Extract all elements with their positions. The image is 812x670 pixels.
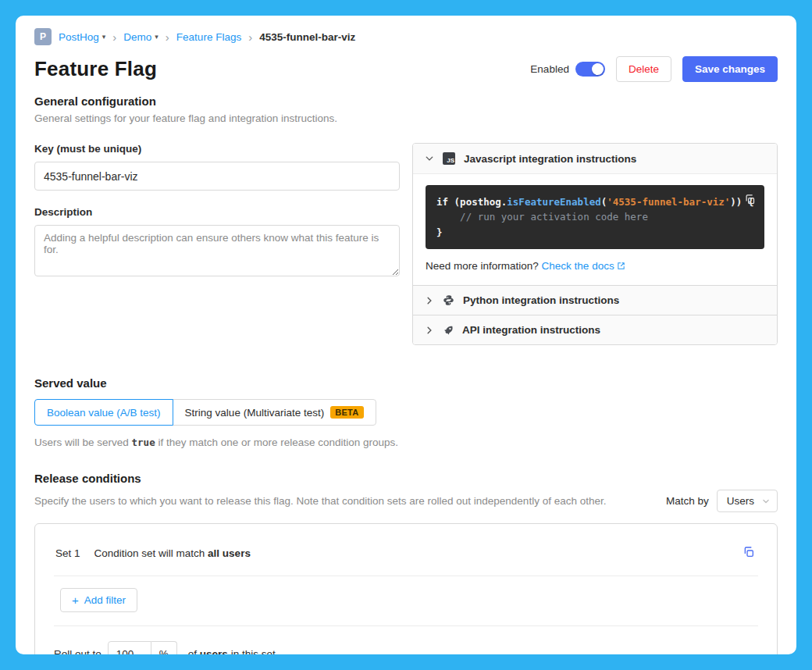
match-by-select[interactable]: Users	[717, 490, 778, 512]
release-conditions-heading: Release conditions	[34, 472, 778, 485]
panel-title: Python integration instructions	[463, 294, 619, 306]
panel-python-header[interactable]: Python integration instructions	[413, 286, 777, 315]
code-line-1: if (posthog.isFeatureEnabled('4535-funne…	[436, 194, 733, 209]
panel-api: API integration instructions	[413, 315, 777, 344]
rollout-percentage-input[interactable]	[108, 641, 151, 654]
header-controls: Enabled Delete Save changes	[530, 56, 778, 82]
set-name: Set 1	[55, 547, 80, 559]
release-conditions-description: Specify the users to which you want to r…	[34, 495, 606, 507]
general-configuration-body: Key (must be unique) Description JS Java…	[34, 143, 778, 345]
description-textarea[interactable]	[34, 225, 400, 276]
chevron-down-icon	[762, 497, 770, 505]
breadcrumb-item-current: 4535-funnel-bar-viz	[259, 31, 355, 43]
save-changes-button[interactable]: Save changes	[682, 56, 778, 82]
match-by-value: Users	[727, 495, 754, 507]
divider	[54, 576, 758, 576]
app-window: P PostHog ▾ › Demo ▾ › Feature Flags › 4…	[16, 16, 796, 654]
copy-condition-set-button[interactable]	[741, 544, 757, 562]
copy-icon	[743, 546, 755, 558]
percent-suffix: %	[151, 641, 177, 654]
key-label: Key (must be unique)	[34, 143, 400, 155]
panel-javascript: JS Javascript integration instructions i…	[413, 144, 777, 285]
code-line-3: }	[436, 225, 733, 240]
chevron-down-icon	[425, 154, 434, 163]
python-icon	[443, 294, 454, 306]
string-value-option[interactable]: String value (Multivariate test) BETA	[173, 399, 376, 426]
served-value-segmented: Boolean value (A/B test) String value (M…	[34, 399, 778, 426]
javascript-icon: JS	[443, 152, 455, 165]
description-label: Description	[34, 206, 400, 218]
breadcrumb-separator-icon: ›	[166, 31, 169, 43]
docs-prefix: Need more information?	[426, 260, 539, 272]
breadcrumb-item-demo[interactable]: Demo ▾	[123, 31, 158, 43]
enabled-toggle[interactable]	[575, 62, 605, 77]
served-value-note: Users will be served true if they match …	[34, 437, 778, 448]
delete-button[interactable]: Delete	[616, 56, 671, 82]
beta-badge: BETA	[330, 406, 363, 419]
flag-settings-column: Key (must be unique) Description	[34, 143, 400, 279]
page-header: Feature Flag Enabled Delete Save changes	[34, 56, 778, 82]
toggle-knob	[592, 63, 604, 75]
copy-code-button[interactable]	[743, 192, 757, 209]
rollout-label: Roll out to	[54, 648, 102, 654]
panel-title: API integration instructions	[462, 324, 600, 336]
breadcrumb-separator-icon: ›	[248, 31, 252, 43]
posthog-logo[interactable]: P	[34, 28, 52, 45]
breadcrumb-item-label: PostHog	[59, 31, 99, 43]
code-block: if (posthog.isFeatureEnabled('4535-funne…	[426, 185, 764, 249]
panel-javascript-body: if (posthog.isFeatureEnabled('4535-funne…	[413, 173, 777, 285]
rocket-icon	[443, 325, 454, 336]
plus-icon: +	[72, 594, 79, 606]
docs-line: Need more information? Check the docs	[426, 260, 764, 273]
external-link-icon	[617, 261, 625, 273]
condition-set-card: Set 1 Condition set will match all users…	[34, 523, 778, 654]
panel-python: Python integration instructions	[413, 285, 777, 315]
served-value-section: Served value Boolean value (A/B test) St…	[34, 376, 778, 448]
add-filter-button[interactable]: + Add filter	[60, 588, 137, 612]
chevron-down-icon: ▾	[155, 33, 158, 41]
general-configuration-subheading: General settings for your feature flag a…	[34, 112, 778, 124]
match-by-label: Match by	[666, 495, 709, 507]
chevron-right-icon	[425, 326, 434, 335]
chevron-down-icon: ▾	[102, 33, 106, 41]
enabled-label: Enabled	[530, 63, 569, 75]
match-by-control: Match by Users	[666, 490, 778, 512]
true-code: true	[132, 437, 155, 448]
breadcrumb-item-label: Feature Flags	[176, 31, 241, 43]
breadcrumb-separator-icon: ›	[112, 31, 116, 43]
breadcrumb-item-posthog[interactable]: PostHog ▾	[59, 31, 105, 43]
panel-javascript-header[interactable]: JS Javascript integration instructions	[413, 144, 777, 173]
chevron-right-icon	[425, 296, 434, 305]
rollout-text: of users in this set	[188, 648, 276, 654]
panel-api-header[interactable]: API integration instructions	[413, 315, 777, 344]
served-value-heading: Served value	[34, 376, 778, 390]
check-the-docs-link[interactable]: Check the docs	[542, 260, 625, 272]
page-title: Feature Flag	[34, 57, 157, 81]
code-line-2: // run your activation code here	[436, 209, 733, 224]
divider	[54, 625, 758, 626]
breadcrumb-item-label: Demo	[123, 31, 151, 43]
key-input[interactable]	[34, 162, 400, 191]
integration-instructions: JS Javascript integration instructions i…	[412, 143, 778, 345]
general-configuration-heading: General configuration	[34, 94, 778, 108]
set-description: Condition set will match all users	[94, 547, 251, 559]
panel-title: Javascript integration instructions	[464, 153, 636, 165]
copy-icon	[744, 194, 756, 205]
condition-set-header: Set 1 Condition set will match all users	[54, 540, 758, 562]
boolean-value-option[interactable]: Boolean value (A/B test)	[34, 399, 173, 426]
breadcrumb: P PostHog ▾ › Demo ▾ › Feature Flags › 4…	[34, 28, 778, 45]
breadcrumb-item-feature-flags[interactable]: Feature Flags	[176, 31, 241, 43]
rollout-row: Roll out to % of users in this set	[54, 641, 758, 654]
release-conditions-section: Release conditions Specify the users to …	[34, 472, 778, 654]
